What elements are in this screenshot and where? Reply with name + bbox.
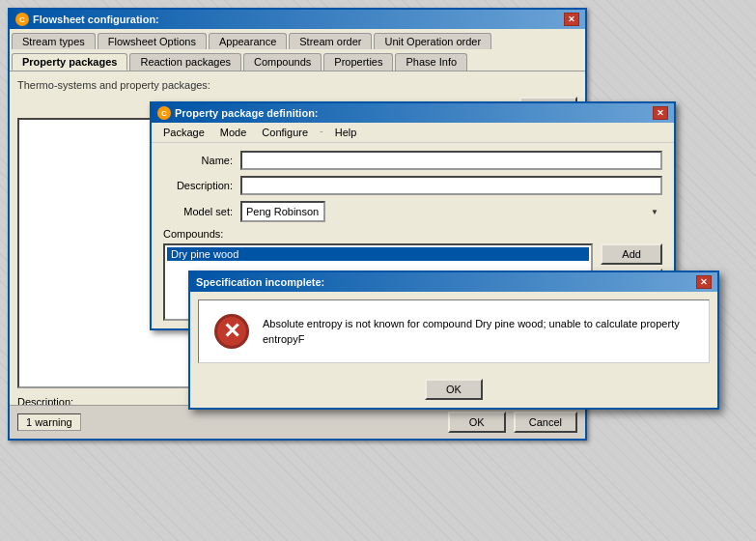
- menu-configure[interactable]: Configure: [256, 125, 314, 140]
- flowsheet-title-icon: C: [15, 13, 29, 26]
- spec-incomplete-dialog: Specification incomplete: ✕ ✕ Absolute e…: [188, 270, 719, 410]
- spec-ok-button[interactable]: OK: [425, 379, 483, 400]
- flowsheet-title: Flowsheet configuration:: [33, 14, 159, 25]
- error-icon: ✕: [214, 314, 249, 349]
- model-set-label: Model set:: [163, 206, 240, 217]
- compound-add-button[interactable]: Add: [601, 243, 662, 265]
- menu-package[interactable]: Package: [157, 125, 210, 140]
- spec-footer: OK: [190, 371, 717, 408]
- flowsheet-tab-bar: Stream types Flowsheet Options Appearanc…: [10, 29, 585, 71]
- model-set-dropdown-arrow: ▼: [651, 208, 658, 216]
- model-set-select-wrapper: Peng Robinson SRK NRTL UNIQUAC ▼: [240, 201, 662, 222]
- tab-stream-types[interactable]: Stream types: [12, 33, 96, 49]
- prop-pkg-menu-bar: Package Mode Configure - Help: [152, 123, 674, 143]
- model-set-select[interactable]: Peng Robinson SRK NRTL UNIQUAC: [240, 201, 325, 222]
- thermo-systems-label: Thermo-systems and property packages:: [17, 79, 577, 91]
- flowsheet-close-button[interactable]: ✕: [564, 13, 579, 26]
- prop-description-label: Description:: [163, 180, 240, 191]
- tab-phase-info[interactable]: Phase Info: [395, 53, 467, 71]
- spec-titlebar: Specification incomplete: ✕: [190, 272, 717, 292]
- name-input[interactable]: [240, 151, 662, 170]
- tab-property-packages[interactable]: Property packages: [12, 53, 127, 71]
- prop-pkg-icon: C: [157, 106, 171, 120]
- spec-close-button[interactable]: ✕: [696, 275, 712, 289]
- compound-item-dry-pine-wood[interactable]: Dry pine wood: [167, 247, 589, 261]
- description-input[interactable]: [240, 176, 662, 195]
- prop-pkg-titlebar-left: C Property package definition:: [157, 106, 319, 120]
- menu-separator: -: [320, 125, 323, 140]
- tab-stream-order[interactable]: Stream order: [289, 33, 372, 49]
- titlebar-left: C Flowsheet configuration:: [15, 13, 159, 26]
- prop-pkg-titlebar: C Property package definition: ✕: [152, 103, 674, 123]
- menu-mode[interactable]: Mode: [214, 125, 253, 140]
- tab-compounds[interactable]: Compounds: [243, 53, 322, 71]
- tab-row-2: Property packages Reaction packages Comp…: [10, 49, 585, 71]
- prop-pkg-close-button[interactable]: ✕: [653, 106, 668, 120]
- flowsheet-titlebar: C Flowsheet configuration: ✕: [10, 10, 585, 29]
- tab-reaction-packages[interactable]: Reaction packages: [129, 53, 241, 71]
- menu-help[interactable]: Help: [329, 125, 363, 140]
- tab-unit-operation-order[interactable]: Unit Operation order: [374, 33, 491, 49]
- compounds-section-label: Compounds:: [163, 228, 662, 240]
- prop-pkg-title: Property package definition:: [175, 107, 319, 119]
- tab-appearance[interactable]: Appearance: [209, 33, 287, 49]
- model-set-row: Model set: Peng Robinson SRK NRTL UNIQUA…: [163, 201, 662, 222]
- tab-row-1: Stream types Flowsheet Options Appearanc…: [10, 29, 585, 49]
- bottom-buttons: OK Cancel: [448, 412, 577, 433]
- name-label: Name:: [163, 155, 240, 166]
- description-row: Description:: [163, 176, 662, 195]
- flowsheet-ok-button[interactable]: OK: [448, 412, 506, 433]
- tab-properties[interactable]: Properties: [323, 53, 393, 71]
- flowsheet-cancel-button[interactable]: Cancel: [514, 412, 577, 433]
- warning-badge: 1 warning: [17, 413, 81, 431]
- name-row: Name:: [163, 151, 662, 170]
- spec-title: Specification incomplete:: [196, 276, 324, 288]
- flowsheet-bottom-bar: 1 warning OK Cancel: [10, 405, 585, 439]
- spec-content: ✕ Absolute entropy is not known for comp…: [198, 299, 710, 363]
- spec-message: Absolute entropy is not known for compou…: [263, 316, 693, 348]
- tab-flowsheet-options[interactable]: Flowsheet Options: [98, 33, 207, 49]
